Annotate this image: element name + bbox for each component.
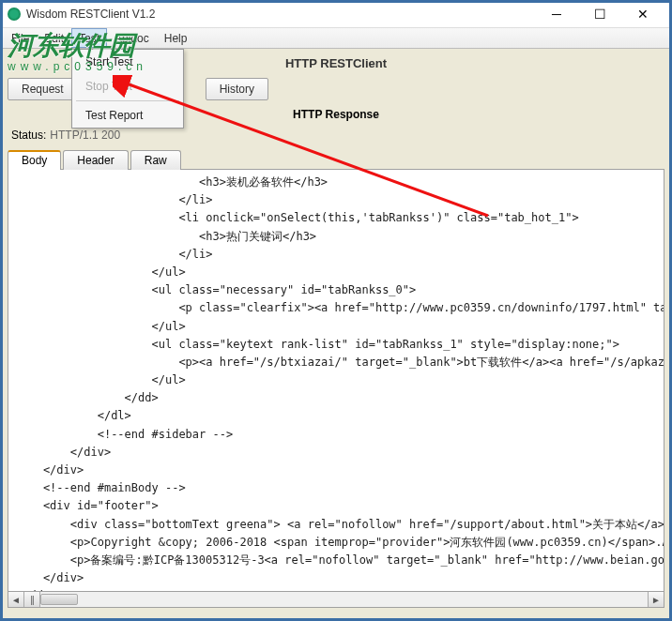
test-dropdown: Start Test Stop Test Test Report [71, 49, 184, 129]
menu-apidoc[interactable]: Apidoc [107, 28, 157, 48]
scroll-right-icon[interactable]: ► [648, 592, 664, 607]
response-tabs: Body Header Raw [8, 149, 664, 170]
dropdown-test-report[interactable]: Test Report [72, 103, 183, 128]
scroll-left-icon[interactable]: ◄ [8, 592, 24, 607]
close-button[interactable]: ✕ [621, 0, 664, 28]
menu-edit[interactable]: Edit [37, 28, 71, 48]
menu-help[interactable]: Help [157, 28, 195, 48]
scroll-track[interactable] [40, 592, 648, 607]
tab-history[interactable]: History [206, 78, 268, 100]
dropdown-stop-test: Stop Test [72, 74, 183, 98]
menu-bar: File Edit Test Apidoc Help [0, 28, 672, 49]
maximize-button[interactable]: ☐ [578, 0, 621, 28]
subtab-header[interactable]: Header [63, 150, 128, 170]
status-label: Status: [11, 129, 46, 142]
response-body[interactable]: <h3>装机必备软件</h3> </li> <li onclick="onSel… [8, 170, 664, 592]
window-controls: ─ ☐ ✕ [535, 0, 664, 28]
app-icon [8, 8, 21, 21]
subtab-body[interactable]: Body [8, 150, 61, 170]
menu-test[interactable]: Test [71, 28, 107, 48]
scroll-thumb[interactable] [40, 594, 78, 605]
scroll-split-icon[interactable]: ‖ [24, 592, 40, 607]
horizontal-scrollbar[interactable]: ◄ ‖ ► [8, 592, 664, 608]
menu-file[interactable]: File [4, 28, 37, 48]
dropdown-separator [76, 100, 179, 101]
tab-request[interactable]: Request [8, 78, 78, 100]
subtab-raw[interactable]: Raw [130, 150, 181, 170]
title-bar: Wisdom RESTClient V1.2 ─ ☐ ✕ [0, 0, 672, 28]
status-value: HTTP/1.1 200 [50, 129, 120, 142]
window-title: Wisdom RESTClient V1.2 [26, 8, 535, 21]
dropdown-start-test[interactable]: Start Test [72, 50, 183, 74]
main-panel: HTTP RESTClient Request History HTTP Res… [0, 49, 672, 621]
minimize-button[interactable]: ─ [535, 0, 578, 28]
